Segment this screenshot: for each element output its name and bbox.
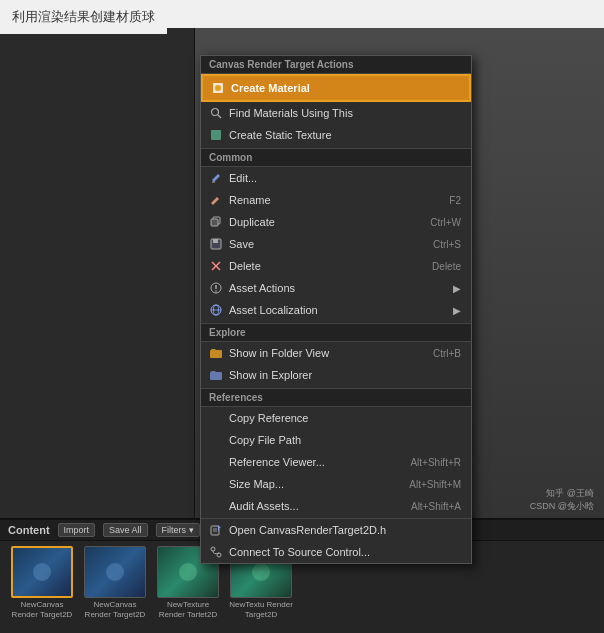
section-header-explore: Explore [201,323,471,342]
menu-item-duplicate[interactable]: Duplicate Ctrl+W [201,211,471,233]
open-canvas-label: Open CanvasRenderTarget2D.h [229,524,386,536]
menu-item-find-materials[interactable]: Find Materials Using This [201,102,471,124]
asset-actions-arrow: ▶ [453,283,461,294]
menu-item-connect-source-control[interactable]: Connect To Source Control... [201,541,471,563]
audit-assets-shortcut: Alt+Shift+A [411,501,461,512]
thumb-label-3: NewTexture Render Tartet2D [154,600,222,619]
svg-rect-4 [211,130,221,140]
duplicate-label: Duplicate [229,216,275,228]
delete-label: Delete [229,260,261,272]
menu-item-asset-actions[interactable]: Asset Actions ▶ [201,277,471,299]
show-folder-label: Show in Folder View [229,347,329,359]
menu-item-show-folder[interactable]: Show in Folder View Ctrl+B [201,342,471,364]
edit-label: Edit... [229,172,257,184]
menu-item-copy-file-path[interactable]: Copy File Path [201,429,471,451]
page-wrapper: 利用渲染结果创建材质球 Content Import Save All Filt… [0,0,604,633]
size-map-shortcut: Alt+Shift+M [409,479,461,490]
audit-assets-label: Audit Assets... [229,500,299,512]
import-button[interactable]: Import [58,523,96,537]
reference-viewer-label: Reference Viewer... [229,456,325,468]
copy-reference-label: Copy Reference [229,412,309,424]
find-icon [209,106,223,120]
svg-rect-17 [211,526,219,535]
explorer-icon [209,368,223,382]
create-material-label: Create Material [231,82,310,94]
size-map-label: Size Map... [229,478,284,490]
reference-viewer-shortcut: Alt+Shift+R [410,457,461,468]
thumb-label-1: NewCanvas Render Target2D [8,600,76,619]
copy-reference-icon [209,411,223,425]
duplicate-icon [209,215,223,229]
rename-icon [209,193,223,207]
asset-localization-arrow: ▶ [453,305,461,316]
thumbnail-item-1[interactable]: NewCanvas Render Target2D [8,546,76,619]
menu-item-rename[interactable]: Rename F2 [201,189,471,211]
menu-item-copy-reference[interactable]: Copy Reference [201,407,471,429]
left-panel [0,28,195,518]
save-shortcut: Ctrl+S [433,239,461,250]
section-header-references: References [201,388,471,407]
svg-point-1 [215,85,221,91]
watermark-line2: CSDN @兔小晗 [530,500,594,513]
context-menu: Canvas Render Target Actions Create Mate… [200,55,472,564]
thumb-img-2 [84,546,146,598]
asset-localization-label: Asset Localization [229,304,318,316]
svg-point-13 [215,290,217,292]
sizemap-icon [209,477,223,491]
section-header-canvas: Canvas Render Target Actions [201,56,471,74]
duplicate-shortcut: Ctrl+W [430,217,461,228]
save-all-button[interactable]: Save All [103,523,148,537]
thumb-img-1 [11,546,73,598]
filters-button[interactable]: Filters ▾ [156,523,200,537]
svg-point-2 [212,109,219,116]
save-label: Save [229,238,254,250]
menu-item-create-static-texture[interactable]: Create Static Texture [201,124,471,146]
connect-source-control-label: Connect To Source Control... [229,546,370,558]
thumb-label-2: NewCanvas Render Target2D [81,600,149,619]
svg-rect-9 [213,239,218,243]
copy-file-path-label: Copy File Path [229,434,301,446]
audit-icon [209,499,223,513]
filepath-icon [209,433,223,447]
thumb-label-4: NewTextu Render Target2D [227,600,295,619]
save-icon [209,237,223,251]
folder-icon [209,346,223,360]
svg-point-20 [211,547,215,551]
texture-icon [209,128,223,142]
menu-item-save[interactable]: Save Ctrl+S [201,233,471,255]
menu-item-edit[interactable]: Edit... [201,167,471,189]
delete-shortcut: Delete [432,261,461,272]
show-folder-shortcut: Ctrl+B [433,348,461,359]
rename-label: Rename [229,194,271,206]
page-title: 利用渲染结果创建材质球 [0,0,167,34]
menu-item-audit-assets[interactable]: Audit Assets... Alt+Shift+A [201,495,471,517]
menu-item-create-material[interactable]: Create Material [201,74,471,102]
menu-item-show-explorer[interactable]: Show in Explorer [201,364,471,386]
source-control-icon [209,545,223,559]
watermark-line1: 知乎 @王崎 [530,487,594,500]
show-explorer-label: Show in Explorer [229,369,312,381]
thumbnail-item-2[interactable]: NewCanvas Render Target2D [81,546,149,619]
svg-line-3 [218,115,221,118]
menu-item-reference-viewer[interactable]: Reference Viewer... Alt+Shift+R [201,451,471,473]
create-static-texture-label: Create Static Texture [229,129,332,141]
asset-actions-icon [209,281,223,295]
open-icon [209,523,223,537]
content-label: Content [8,524,50,536]
menu-item-delete[interactable]: Delete Delete [201,255,471,277]
ref-viewer-icon [209,455,223,469]
menu-item-size-map[interactable]: Size Map... Alt+Shift+M [201,473,471,495]
menu-item-open-canvas[interactable]: Open CanvasRenderTarget2D.h [201,518,471,541]
find-materials-label: Find Materials Using This [229,107,353,119]
watermark: 知乎 @王崎 CSDN @兔小晗 [530,487,594,513]
delete-icon [209,259,223,273]
svg-rect-7 [211,219,218,226]
edit-icon [209,171,223,185]
rename-shortcut: F2 [449,195,461,206]
asset-actions-label: Asset Actions [229,282,295,294]
localization-icon [209,303,223,317]
menu-item-asset-localization[interactable]: Asset Localization ▶ [201,299,471,321]
section-header-common: Common [201,148,471,167]
material-icon [211,81,225,95]
